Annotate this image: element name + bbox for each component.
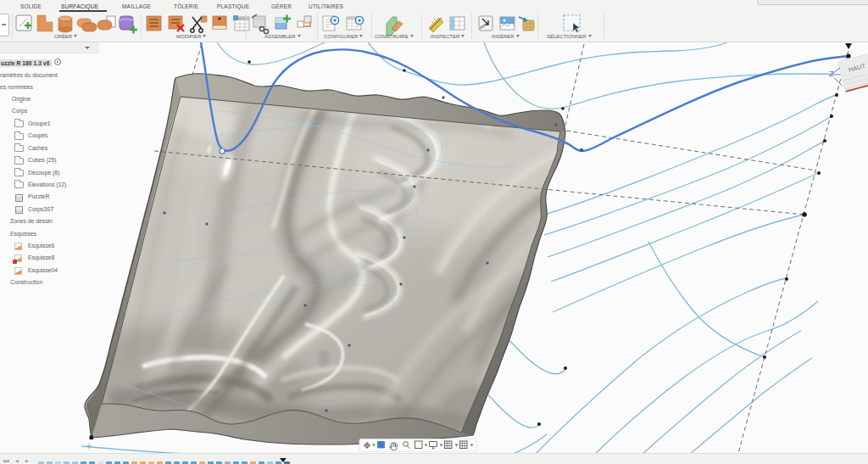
svg-text:Z: Z	[829, 70, 834, 78]
